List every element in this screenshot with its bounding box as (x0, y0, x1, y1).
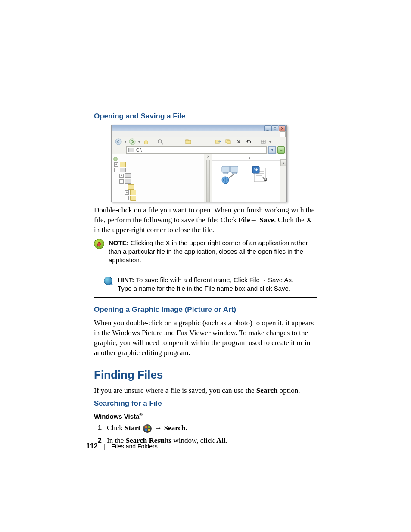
hint-box: HINT: To save file with a different name… (94, 271, 317, 298)
svg-point-2 (158, 140, 162, 143)
svg-rect-5 (186, 140, 188, 141)
search-icon[interactable] (156, 137, 165, 146)
expand-toggle[interactable]: + (119, 174, 124, 178)
svg-point-1 (129, 139, 135, 145)
toolbar: ▾ ▾ × (112, 137, 286, 146)
views-button[interactable] (259, 137, 268, 146)
svg-point-0 (115, 139, 121, 145)
heading-finding-files: Finding Files (94, 368, 317, 382)
network-computers-icon[interactable] (220, 166, 238, 184)
svg-point-24 (97, 245, 98, 246)
folder-icon (130, 190, 136, 195)
expand-toggle[interactable]: + (125, 190, 129, 195)
hint-icon (104, 277, 112, 285)
scroll-up-icon[interactable]: ▴ (280, 159, 286, 166)
address-path-text: C:\ (136, 148, 142, 152)
menubar-icon (280, 131, 286, 137)
delete-icon[interactable]: × (234, 137, 243, 146)
folder-tree[interactable]: + − + − + − (112, 154, 204, 202)
drive-icon (128, 148, 134, 152)
computer-icon (120, 168, 126, 172)
word-document-icon[interactable]: W (251, 166, 269, 184)
maximize-button[interactable]: □ (271, 125, 278, 131)
svg-rect-14 (224, 172, 228, 174)
page-footer: 112 | Files and Folders (86, 442, 158, 450)
svg-rect-12 (222, 166, 230, 172)
minimize-button[interactable]: _ (264, 125, 271, 131)
close-button[interactable]: X (279, 125, 286, 131)
drive-icon (125, 179, 131, 184)
back-button[interactable] (114, 137, 123, 146)
note-icon (94, 239, 104, 249)
menubar (112, 131, 286, 137)
undo-icon[interactable] (245, 137, 253, 146)
folders-button[interactable] (184, 137, 193, 146)
dropdown-caret-icon: ▾ (125, 140, 126, 144)
svg-rect-13 (230, 166, 238, 172)
heading-opening-saving: Opening and Saving a File (94, 112, 317, 121)
dropdown-caret-icon: ▾ (138, 140, 140, 144)
titlebar-icon (112, 126, 118, 131)
page-number: 112 (86, 442, 98, 450)
svg-text:W: W (254, 167, 259, 173)
heading-opening-graphic: Opening a Graphic Image (Picture or Art) (94, 305, 317, 314)
footer-section: Files and Folders (111, 443, 157, 450)
forward-button[interactable] (128, 137, 137, 146)
pane-divider[interactable]: × (204, 154, 212, 202)
expand-toggle[interactable]: + (114, 162, 118, 167)
expand-toggle[interactable]: − (125, 196, 129, 200)
open-save-paragraph: Double-click on a file you want to open.… (94, 205, 317, 235)
expand-toggle[interactable]: − (119, 179, 124, 184)
note-text: NOTE: Clicking the X in the upper right … (109, 239, 317, 265)
window-titlebar: _ □ X (112, 125, 286, 131)
up-button[interactable] (142, 137, 150, 146)
folder-icon (120, 162, 126, 167)
dropdown-caret-icon: ▾ (269, 140, 271, 144)
step-1: 1 Click Start → Search. (94, 423, 317, 434)
svg-line-17 (229, 174, 234, 178)
heading-searching: Searching for a File (94, 399, 317, 408)
start-orb-icon (143, 424, 152, 433)
folder-icon (130, 196, 136, 201)
close-pane-icon[interactable]: × (207, 154, 209, 159)
explorer-screenshot: _ □ X ▾ ▾ (111, 125, 287, 202)
content-collapse[interactable]: ▴ (212, 155, 286, 161)
move-to-icon[interactable] (214, 137, 222, 146)
folder-icon (128, 184, 134, 190)
svg-rect-8 (227, 141, 230, 144)
heading-windows-vista: Windows Vista® (94, 412, 317, 420)
content-pane: ▴ (212, 154, 286, 202)
hint-text: HINT: To save file with a different name… (118, 276, 309, 293)
svg-rect-21 (256, 175, 262, 176)
go-button[interactable]: → (277, 146, 285, 154)
footer-separator: | (104, 443, 106, 450)
copy-to-icon[interactable] (224, 137, 233, 146)
desktop-icon (113, 157, 118, 161)
address-field[interactable]: C:\ (126, 146, 267, 154)
vertical-scrollbar[interactable]: ▴ (280, 159, 286, 202)
graphic-paragraph: When you double-click on a graphic (such… (94, 318, 317, 358)
drive-icon (125, 173, 131, 178)
svg-line-3 (161, 143, 163, 144)
expand-toggle[interactable]: − (114, 168, 118, 172)
svg-rect-15 (232, 172, 237, 174)
address-bar: C:\ ▾ → (112, 146, 286, 154)
finding-paragraph: If you are unsure where a file is saved,… (94, 386, 317, 396)
address-dropdown[interactable]: ▾ (268, 146, 276, 154)
